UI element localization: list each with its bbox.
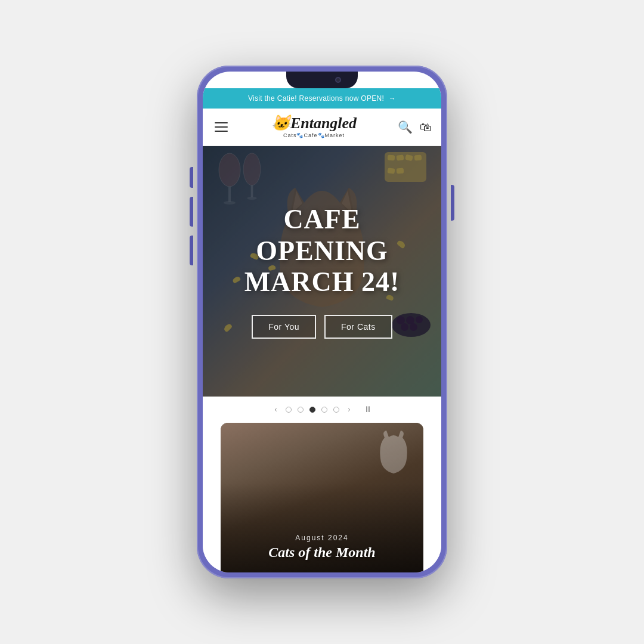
carousel-pause[interactable]: ⏸: [364, 405, 372, 414]
cart-icon[interactable]: 🛍: [420, 120, 432, 134]
carousel-prev[interactable]: ‹: [272, 405, 280, 414]
phone-screen: Visit the Catie! Reservations now OPEN! …: [203, 72, 441, 572]
carousel-dot-2[interactable]: [298, 407, 304, 413]
volume-down-button[interactable]: [190, 236, 193, 265]
search-icon[interactable]: 🔍: [398, 120, 413, 134]
cats-month-content: August 2024 Cats of the Month: [268, 534, 375, 561]
volume-up-button[interactable]: [190, 197, 193, 227]
hero-title-line3: MARCH 24!: [244, 267, 400, 298]
carousel-dot-3[interactable]: [309, 407, 315, 413]
hero-title-line2: OPENING: [244, 236, 400, 267]
carousel-dot-4[interactable]: [321, 407, 327, 413]
carousel-dot-5[interactable]: [333, 407, 339, 413]
cats-month-date: August 2024: [268, 534, 375, 542]
phone-notch: [286, 72, 358, 88]
mute-button[interactable]: [190, 167, 193, 188]
hero-content: CAFE OPENING MARCH 24! For You For Cats: [203, 146, 441, 397]
carousel-next[interactable]: ›: [345, 405, 353, 414]
carousel-dot-1[interactable]: [286, 407, 292, 413]
for-cats-button[interactable]: For Cats: [324, 315, 392, 339]
hero-title: CAFE OPENING MARCH 24!: [244, 204, 400, 299]
carousel-navigation: ‹ › ⏸: [203, 397, 441, 423]
header-icons: 🔍 🛍: [398, 120, 432, 134]
cats-month-title: Cats of the Month: [268, 544, 375, 561]
announcement-arrow: →: [389, 94, 396, 103]
announcement-bar[interactable]: Visit the Catie! Reservations now OPEN! …: [203, 88, 441, 109]
hero-title-line1: CAFE: [244, 204, 400, 236]
phone-frame: Visit the Catie! Reservations now OPEN! …: [197, 66, 447, 578]
logo-name: 🐱Entangled: [271, 116, 357, 131]
for-you-button[interactable]: For You: [252, 315, 316, 339]
hero-buttons: For You For Cats: [252, 315, 392, 339]
cats-of-month-card[interactable]: August 2024 Cats of the Month: [221, 423, 423, 572]
power-button[interactable]: [451, 185, 454, 221]
hamburger-menu[interactable]: [212, 120, 230, 134]
camera: [335, 77, 341, 83]
site-header: 🐱Entangled Cats🐾Cafe🐾Market 🔍 🛍: [203, 109, 441, 146]
bottom-section: August 2024 Cats of the Month: [203, 423, 441, 572]
announcement-text: Visit the Catie! Reservations now OPEN!: [248, 94, 384, 103]
logo-tagline: Cats🐾Cafe🐾Market: [283, 132, 345, 138]
logo[interactable]: 🐱Entangled Cats🐾Cafe🐾Market: [271, 116, 357, 138]
hero-section: CAFE OPENING MARCH 24! For You For Cats: [203, 146, 441, 397]
